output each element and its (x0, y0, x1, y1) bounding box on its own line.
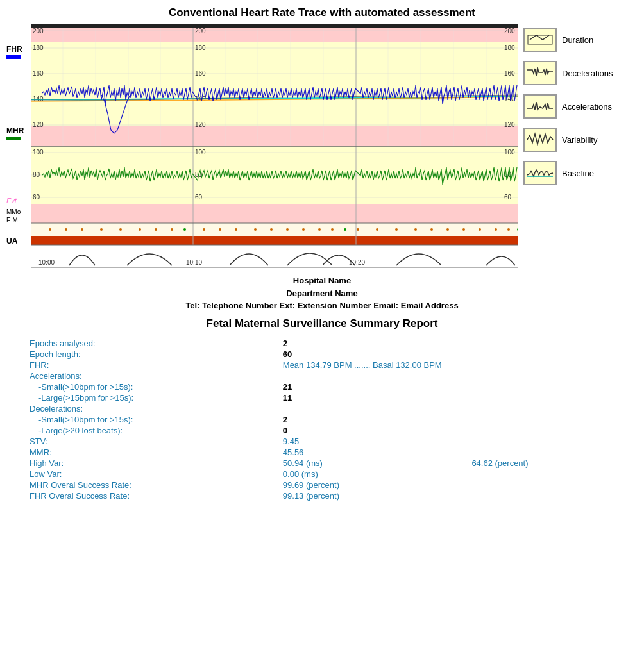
table-row: STV: 9.45 (26, 436, 644, 447)
svg-point-64 (81, 228, 83, 231)
fhr-color-bar (6, 55, 21, 59)
mhr-label: MHR (6, 126, 24, 135)
fhr-label: FHR (6, 45, 22, 54)
table-row: Epoch length: 60 (26, 349, 644, 360)
svg-point-80 (376, 228, 378, 231)
evt-label: Evt (6, 197, 17, 205)
hospital-contact: Tel: Telephone Number Ext: Extension Num… (6, 299, 638, 312)
svg-point-72 (235, 228, 237, 231)
table-row: FHR: Mean 134.79 BPM ....... Basal 132.0… (26, 360, 644, 371)
svg-point-68 (155, 228, 157, 231)
field-label: FHR Overal Success Rate: (26, 490, 279, 501)
hospital-info: Hospital Name Department Name Tel: Telep… (6, 274, 638, 312)
svg-point-62 (49, 228, 51, 231)
table-row: -Large(>20 lost beats): 0 (26, 425, 644, 436)
svg-point-87 (495, 228, 497, 231)
legend-duration-label: Duration (562, 35, 593, 45)
svg-text:200: 200 (504, 28, 515, 35)
svg-rect-2 (31, 126, 518, 146)
svg-point-90 (344, 228, 346, 231)
svg-text:120: 120 (195, 121, 206, 128)
svg-text:160: 160 (504, 70, 515, 77)
svg-point-67 (139, 228, 141, 231)
field-label: MMR: (26, 447, 279, 458)
report-table: Epochs analysed: 2 Epoch length: 60 FHR:… (26, 338, 644, 501)
field-value: 2 (279, 338, 468, 349)
svg-point-66 (119, 228, 122, 231)
svg-point-84 (446, 228, 449, 231)
svg-text:100: 100 (504, 149, 515, 156)
svg-point-70 (203, 228, 205, 231)
svg-point-85 (462, 228, 465, 231)
svg-text:60: 60 (33, 194, 40, 201)
svg-point-74 (270, 228, 273, 231)
chart-labels: FHR MHR Evt MMo E M UA (6, 24, 31, 268)
svg-text:180: 180 (504, 44, 515, 51)
table-row: Epochs analysed: 2 (26, 338, 644, 349)
field-extra: 64.62 (percent) (468, 458, 644, 469)
field-label: Accelerations: (26, 371, 468, 381)
field-value: 21 (279, 381, 468, 392)
svg-text:200: 200 (33, 28, 44, 35)
svg-rect-96 (525, 129, 555, 151)
field-value: 50.94 (ms) (279, 458, 468, 469)
table-row: Low Var: 0.00 (ms) (26, 469, 644, 480)
field-label: FHR: (26, 360, 279, 371)
svg-text:10:10: 10:10 (186, 259, 202, 266)
svg-point-69 (171, 228, 173, 231)
field-value: Mean 134.79 BPM ....... Basal 132.00 BPM (279, 360, 644, 371)
svg-rect-4 (31, 204, 518, 223)
legend-baseline-label: Baseline (562, 169, 594, 178)
svg-rect-7 (31, 245, 518, 268)
table-row: MMR: 45.56 (26, 447, 644, 458)
field-label: -Small(>10bpm for >15s): (26, 414, 279, 425)
mhr-color-bar (6, 137, 21, 140)
field-label: High Var: (26, 458, 279, 469)
legend-item-accelerations: Accelerations (523, 94, 624, 119)
svg-text:100: 100 (33, 149, 44, 156)
page-title: Conventional Heart Rate Trace with autom… (6, 6, 638, 19)
legend-area: Duration Decelerations Accelerations (518, 24, 624, 268)
svg-text:100: 100 (195, 149, 206, 156)
svg-rect-92 (525, 29, 555, 51)
field-label: STV: (26, 436, 279, 447)
field-label: Low Var: (26, 469, 279, 480)
field-value: 45.56 (279, 447, 468, 458)
table-row: -Small(>10bpm for >15s): 21 (26, 381, 644, 392)
svg-point-77 (318, 228, 321, 231)
field-value: 9.45 (279, 436, 468, 447)
legend-item-variability: Variability (523, 128, 624, 152)
svg-rect-1 (31, 42, 518, 126)
svg-text:10:20: 10:20 (349, 259, 365, 266)
svg-text:120: 120 (33, 121, 44, 128)
hospital-name: Hospital Name (6, 274, 638, 287)
svg-point-89 (183, 228, 186, 231)
svg-rect-5 (31, 223, 518, 236)
legend-item-baseline: Baseline (523, 161, 624, 185)
table-row: FHR Overal Success Rate: 99.13 (percent) (26, 490, 644, 501)
svg-rect-61 (31, 24, 518, 28)
table-row: -Small(>10bpm for >15s): 2 (26, 414, 644, 425)
svg-point-76 (302, 228, 305, 231)
field-value: 60 (279, 349, 468, 360)
mmo-label: MMo (6, 208, 21, 215)
svg-point-81 (395, 228, 398, 231)
svg-point-75 (286, 228, 289, 231)
svg-point-79 (357, 228, 359, 231)
svg-point-82 (414, 228, 417, 231)
svg-point-73 (254, 228, 257, 231)
svg-rect-95 (525, 96, 555, 117)
field-value: 0 (279, 425, 468, 436)
svg-text:60: 60 (504, 194, 512, 201)
field-label: MHR Overal Success Rate: (26, 480, 279, 490)
field-value: 99.69 (percent) (279, 480, 468, 490)
field-label: -Large(>20 lost beats): (26, 425, 279, 436)
hospital-department: Department Name (6, 287, 638, 300)
field-value: 0.00 (ms) (279, 469, 468, 480)
legend-decelerations-label: Decelerations (562, 69, 613, 78)
svg-text:80: 80 (33, 171, 40, 178)
report-section: Fetal Maternal Surveillance Summary Repo… (6, 317, 638, 501)
em-label: E M (6, 217, 18, 224)
svg-text:160: 160 (33, 70, 44, 77)
svg-point-83 (430, 228, 433, 231)
